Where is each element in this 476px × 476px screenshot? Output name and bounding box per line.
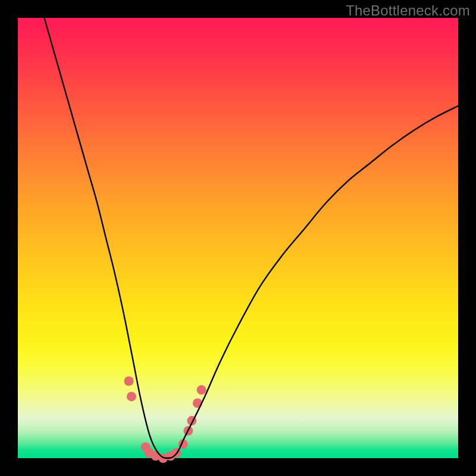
bottleneck-curve	[44, 18, 458, 458]
watermark-text: TheBottleneck.com	[346, 2, 470, 19]
marker-dot	[197, 385, 206, 394]
marker-dot	[124, 377, 133, 386]
chart-frame: TheBottleneck.com	[0, 0, 476, 476]
plot-area	[18, 18, 458, 458]
marker-dot	[127, 392, 136, 401]
chart-svg	[18, 18, 458, 458]
